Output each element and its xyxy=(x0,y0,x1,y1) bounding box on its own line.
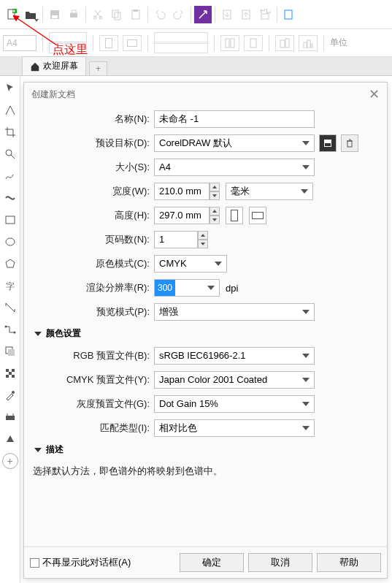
width-field[interactable] xyxy=(49,32,87,42)
document-tabs: 欢迎屏幕 + xyxy=(0,57,392,76)
align-button-2[interactable] xyxy=(299,35,318,51)
svg-point-31 xyxy=(13,332,15,334)
separator xyxy=(147,35,148,51)
current-page-button[interactable] xyxy=(244,35,263,51)
print-button[interactable] xyxy=(65,6,82,23)
new-doc-button[interactable] xyxy=(3,6,20,23)
all-pages-button[interactable] xyxy=(220,35,239,51)
interactive-fill-tool[interactable] xyxy=(2,409,18,425)
landscape-orient[interactable] xyxy=(249,207,266,224)
cmyk-profile-select[interactable]: Japan Color 2001 Coated xyxy=(154,371,315,389)
separator xyxy=(214,35,215,51)
svg-rect-23 xyxy=(307,40,310,48)
parallel-dim-tool[interactable] xyxy=(2,300,18,316)
separator xyxy=(191,7,191,23)
portrait-button[interactable] xyxy=(99,35,118,51)
eyedropper-tool[interactable] xyxy=(2,387,18,403)
rgb-profile-select[interactable]: sRGB IEC61966-2.1 xyxy=(154,347,315,365)
shape-tool[interactable] xyxy=(2,102,18,118)
save-preset-button[interactable] xyxy=(319,134,337,152)
name-input[interactable] xyxy=(154,110,315,128)
colormode-select[interactable]: CMYK xyxy=(154,255,227,273)
svg-text:字: 字 xyxy=(6,281,15,292)
smart-fill-tool[interactable] xyxy=(2,431,18,447)
unit-select[interactable]: 毫米 xyxy=(226,183,313,200)
svg-rect-33 xyxy=(8,349,15,356)
import-button[interactable] xyxy=(218,6,236,23)
undo-button[interactable] xyxy=(151,6,169,23)
main-toolbar: PDF xyxy=(0,0,392,29)
label-preview: 预览模式(P): xyxy=(31,305,154,319)
freehand-tool[interactable] xyxy=(2,168,18,184)
section-label: 颜色设置 xyxy=(46,327,81,340)
width-spinner[interactable] xyxy=(210,183,220,200)
help-button[interactable]: 帮助 xyxy=(317,553,381,572)
label-gray-profile: 灰度预置文件(G): xyxy=(31,397,154,411)
label-render-res: 渲染分辨率(R): xyxy=(31,281,154,294)
ok-button[interactable]: 确定 xyxy=(180,553,244,572)
scale-x-field[interactable] xyxy=(154,32,208,42)
add-tool-button[interactable]: + xyxy=(2,453,18,469)
cancel-button[interactable]: 取消 xyxy=(248,553,312,572)
redo-button[interactable] xyxy=(170,6,188,23)
align-button-1[interactable] xyxy=(275,35,294,51)
match-type-select[interactable]: 相对比色 xyxy=(154,419,315,437)
render-res-select[interactable]: 300 xyxy=(154,279,220,297)
crop-tool[interactable] xyxy=(2,124,18,140)
section-desc[interactable]: 描述 xyxy=(34,443,380,456)
export-button[interactable] xyxy=(237,6,255,23)
copy-button[interactable] xyxy=(108,6,126,23)
dont-show-checkbox[interactable]: 不再显示此对话框(A) xyxy=(30,556,131,569)
svg-rect-3 xyxy=(52,15,58,18)
triangle-icon xyxy=(34,448,42,452)
effects-button[interactable] xyxy=(194,6,212,23)
rectangle-tool[interactable] xyxy=(2,212,18,228)
height-spinner[interactable] xyxy=(210,207,220,224)
scale-y-field[interactable] xyxy=(154,43,208,53)
text-tool[interactable]: 字 xyxy=(2,278,18,294)
svg-rect-17 xyxy=(226,39,229,47)
connector-tool[interactable] xyxy=(2,321,18,338)
pick-tool[interactable] xyxy=(2,80,18,96)
zoom-tool[interactable] xyxy=(2,146,18,162)
pdf-button[interactable]: PDF xyxy=(256,6,274,23)
pages-input[interactable]: 1 xyxy=(154,231,198,248)
preset-select[interactable]: CorelDRAW 默认 xyxy=(154,134,315,152)
svg-rect-22 xyxy=(304,42,307,48)
svg-point-26 xyxy=(6,150,12,156)
label-width: 宽度(W): xyxy=(31,185,154,198)
label-size: 大小(S): xyxy=(31,161,154,174)
transparency-tool[interactable] xyxy=(2,365,18,381)
page-size-dropdown[interactable]: A4 xyxy=(3,35,36,51)
svg-rect-37 xyxy=(12,369,15,372)
pages-spinner[interactable] xyxy=(198,231,208,248)
height-input[interactable]: 297.0 mm xyxy=(154,207,210,224)
close-icon[interactable]: ✕ xyxy=(369,86,380,102)
portrait-orient[interactable] xyxy=(226,207,243,224)
paste-button[interactable] xyxy=(127,6,145,23)
toolbox: 字 + xyxy=(0,76,20,583)
extra-button[interactable] xyxy=(280,6,298,23)
size-select[interactable]: A4 xyxy=(154,159,315,176)
width-input[interactable]: 210.0 mm xyxy=(154,183,210,200)
preview-select[interactable]: 增强 xyxy=(154,303,315,321)
polygon-tool[interactable] xyxy=(2,256,18,272)
save-button[interactable] xyxy=(46,6,64,23)
new-document-dialog: 创建新文档 ✕ 名称(N): 预设目标(D): CorelDRAW 默认 大小(… xyxy=(23,82,388,579)
delete-preset-button[interactable] xyxy=(341,134,358,152)
separator xyxy=(323,35,324,51)
cut-button[interactable] xyxy=(89,6,107,23)
ellipse-tool[interactable] xyxy=(2,234,18,250)
artistic-media-tool[interactable] xyxy=(2,190,18,206)
drop-shadow-tool[interactable] xyxy=(2,343,18,359)
gray-profile-select[interactable]: Dot Gain 15% xyxy=(154,395,315,413)
landscape-button[interactable] xyxy=(123,35,142,51)
svg-rect-40 xyxy=(6,416,15,420)
tab-add[interactable]: + xyxy=(89,61,107,75)
label-rgb-profile: RGB 预置文件(B): xyxy=(31,349,154,362)
tab-welcome[interactable]: 欢迎屏幕 xyxy=(22,56,86,75)
open-button[interactable] xyxy=(22,6,39,23)
svg-rect-43 xyxy=(347,141,352,147)
section-color[interactable]: 颜色设置 xyxy=(34,327,380,340)
svg-rect-42 xyxy=(325,143,331,146)
